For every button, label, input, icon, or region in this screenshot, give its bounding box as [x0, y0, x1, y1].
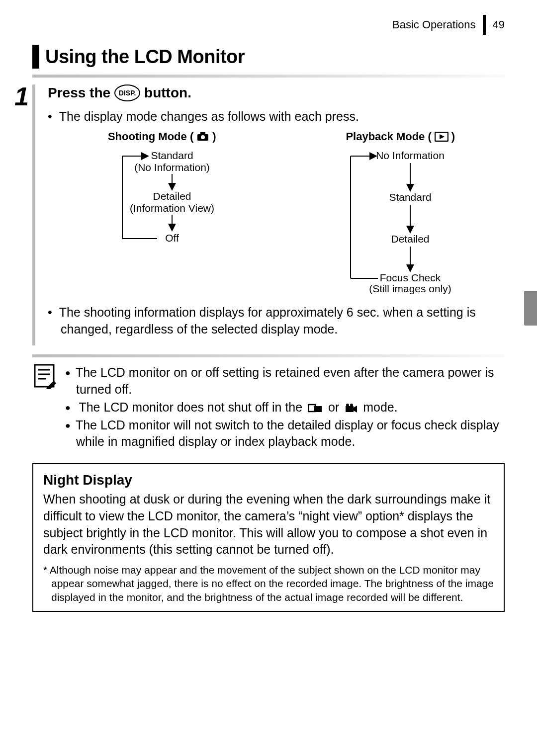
shooting-item: Detailed — [153, 190, 191, 202]
playback-heading-text: Playback Mode ( — [346, 130, 431, 143]
note-item: The LCD monitor on or off setting is ret… — [65, 364, 505, 398]
step-bullet: The display mode changes as follows with… — [48, 108, 505, 125]
title-rule — [32, 75, 505, 78]
playback-item: Standard — [389, 191, 432, 203]
svg-point-23 — [350, 404, 353, 407]
playback-item: Focus Check — [380, 272, 441, 283]
shooting-item: Off — [165, 232, 179, 244]
shooting-mode-column: Shooting Mode ( ) Stand — [58, 130, 267, 296]
note-item: The LCD monitor does not shut off in the… — [65, 399, 505, 416]
playback-mode-heading: Playback Mode ( ) — [346, 130, 455, 143]
night-display-title: Night Display — [43, 472, 494, 488]
note-rule — [32, 354, 505, 357]
playback-item: Detailed — [391, 233, 430, 245]
svg-rect-21 — [346, 406, 354, 412]
shooting-mode-heading: Shooting Mode ( ) — [108, 130, 216, 143]
page-number: 49 — [493, 18, 505, 31]
shooting-heading-text: Shooting Mode ( — [108, 130, 193, 143]
shooting-item: (Information View) — [130, 202, 214, 214]
night-display-body: When shooting at dusk or during the even… — [43, 491, 494, 558]
note-text: The LCD monitor does not shut off in the — [79, 400, 306, 414]
svg-rect-15 — [35, 365, 54, 387]
step-title-post: button. — [144, 85, 191, 101]
memo-icon — [32, 363, 56, 451]
section-name: Basic Operations — [392, 18, 476, 31]
shooting-item: (No Information) — [134, 162, 210, 173]
step-title-pre: Press the — [48, 85, 110, 101]
page-title-row: Using the LCD Monitor — [32, 45, 505, 69]
step-title: Press the DISP. button. — [48, 84, 505, 101]
note-item: The LCD monitor will not switch to the d… — [65, 417, 505, 451]
step-block: 1 Press the DISP. button. The display mo… — [32, 84, 505, 345]
header-divider — [483, 15, 486, 35]
svg-rect-1 — [200, 132, 205, 135]
playback-flow-diagram: No Information Standard Detailed Focus C… — [321, 147, 480, 296]
svg-point-2 — [201, 135, 205, 139]
playback-item: No Information — [376, 150, 445, 161]
note-list: The LCD monitor on or off setting is ret… — [65, 363, 505, 451]
playback-heading-end: ) — [451, 130, 455, 143]
running-header: Basic Operations 49 — [32, 15, 505, 35]
note-text: mode. — [363, 400, 397, 414]
shooting-heading-end: ) — [212, 130, 216, 143]
mode-diagrams: Shooting Mode ( ) Stand — [58, 130, 505, 296]
movie-mode-icon — [345, 403, 358, 413]
svg-point-22 — [346, 404, 349, 407]
stitch-assist-icon — [308, 403, 323, 413]
shooting-item: Standard — [151, 150, 193, 161]
shooting-flow-diagram: Standard (No Information) Detailed (Info… — [88, 147, 237, 256]
step-number: 1 — [14, 82, 31, 111]
section-tab — [524, 291, 537, 326]
night-display-box: Night Display When shooting at dusk or d… — [32, 463, 505, 612]
camera-icon — [196, 132, 209, 142]
step-bullet: The shooting information displays for ap… — [48, 304, 505, 338]
playback-item: (Still images only) — [369, 283, 451, 294]
page-title: Using the LCD Monitor — [45, 46, 245, 68]
play-icon — [435, 132, 448, 142]
svg-rect-20 — [314, 406, 322, 412]
disp-button-icon: DISP. — [114, 84, 140, 101]
night-display-footnote: * Although noise may appear and the move… — [43, 563, 494, 604]
playback-mode-column: Playback Mode ( ) No Information Standar… — [296, 130, 505, 296]
note-block: The LCD monitor on or off setting is ret… — [32, 363, 505, 451]
note-text: or — [328, 400, 343, 414]
title-accent-bar — [32, 45, 39, 69]
